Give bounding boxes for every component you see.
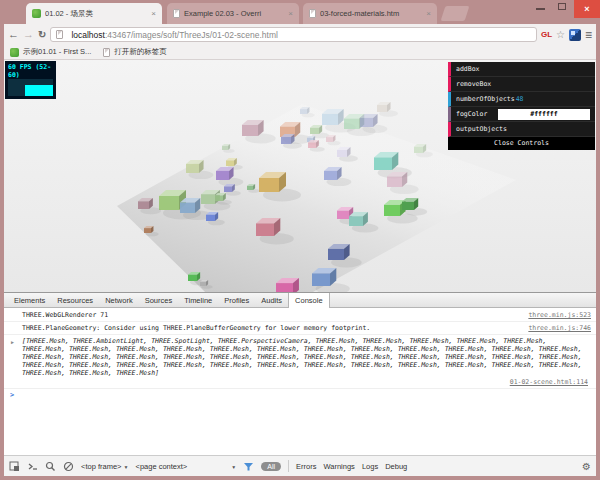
fps-graph: [8, 79, 53, 96]
new-tab-button[interactable]: [441, 6, 470, 21]
fps-text: 60 FPS (52-60): [8, 63, 52, 79]
console-message: THREE.WebGLRenderer 71 three.min.js:523: [4, 309, 596, 322]
tab-title: Example 02.03 - Overri: [184, 9, 284, 18]
controller-label: numberOfObjects: [456, 96, 515, 103]
console-message: THREE.PlaneGeometry: Consider using THRE…: [4, 322, 596, 335]
page-icon: [173, 9, 180, 18]
add-box-button[interactable]: addBox: [448, 62, 595, 77]
chevron-down-icon: ▼: [124, 464, 129, 470]
number-of-objects-field[interactable]: numberOfObjects 48: [448, 92, 595, 107]
fps-graph-bar: [25, 85, 53, 96]
close-controls-button[interactable]: Close Controls: [448, 137, 595, 150]
page-icon: [309, 9, 316, 18]
dock-side-icon[interactable]: [9, 461, 20, 472]
clear-console-icon[interactable]: [63, 461, 74, 472]
devtools-tab-elements[interactable]: Elements: [8, 293, 51, 307]
source-link[interactable]: three.min.js:746: [528, 324, 591, 332]
menu-icon[interactable]: ≡: [585, 28, 592, 42]
tab-example-0203[interactable]: Example 02.03 - Overri ×: [167, 3, 299, 24]
devtools-panel: Elements Resources Network Sources Timel…: [4, 292, 596, 476]
minimize-button[interactable]: [530, 0, 552, 14]
fps-stats-panel[interactable]: 60 FPS (52-60): [5, 61, 56, 99]
number-of-objects-value[interactable]: 48: [516, 96, 524, 103]
devtools-status-bar: <top frame> ▼ <page context> ▼ All Error…: [4, 455, 596, 476]
console-message-text: THREE.PlaneGeometry: Consider using THRE…: [22, 324, 370, 332]
expand-arrow-icon[interactable]: ▶: [11, 338, 14, 346]
console-array-message: ▶ [THREE.Mesh, THREE.AmbientLight, THREE…: [4, 335, 596, 389]
devtools-tab-audits[interactable]: Audits: [255, 293, 288, 307]
controller-label: removeBox: [456, 81, 491, 88]
fog-color-swatch[interactable]: #ffffff: [498, 109, 590, 120]
reload-icon[interactable]: ↻: [38, 30, 46, 40]
bookmark-star-icon[interactable]: ☆: [556, 29, 565, 40]
output-objects-button[interactable]: outputObjects: [448, 122, 595, 137]
filter-errors-button[interactable]: Errors: [296, 462, 316, 471]
devtools-tab-console[interactable]: Console: [288, 293, 330, 308]
console-message-text: THREE.WebGLRenderer 71: [22, 311, 108, 319]
page-icon: [103, 48, 110, 57]
controller-label: outputObjects: [456, 126, 507, 133]
frame-selector[interactable]: <top frame> ▼: [81, 462, 129, 471]
settings-gear-icon[interactable]: ⚙: [582, 461, 591, 472]
close-button[interactable]: ×: [574, 0, 600, 18]
webgl-viewport[interactable]: 60 FPS (52-60) addBox removeBox numberOf…: [4, 60, 596, 292]
page-icon: [56, 30, 63, 39]
webgl-badge[interactable]: GL: [541, 30, 552, 39]
devtools-tab-resources[interactable]: Resources: [51, 293, 99, 307]
browser-window: 01.02 - 场景类 × Example 02.03 - Overri × 0…: [0, 0, 600, 480]
filter-logs-button[interactable]: Logs: [362, 462, 378, 471]
maximize-button[interactable]: [552, 0, 574, 14]
dat-gui-panel: addBox removeBox numberOfObjects 48 fogC…: [448, 62, 595, 150]
remove-box-button[interactable]: removeBox: [448, 77, 595, 92]
devtools-tab-profiles[interactable]: Profiles: [218, 293, 255, 307]
url-text: localhost:43467/images/soft/ThreeJs/01-0…: [71, 30, 277, 40]
tab-close-icon[interactable]: ×: [151, 9, 156, 18]
address-bar[interactable]: localhost:43467/images/soft/ThreeJs/01-0…: [50, 27, 537, 42]
tab-close-icon[interactable]: ×: [426, 9, 431, 18]
devtools-tab-bar: Elements Resources Network Sources Timel…: [4, 293, 596, 308]
tab-favicon: [32, 9, 41, 18]
source-link-line: 01-02-scene.html:114: [22, 378, 588, 386]
window-controls: ×: [530, 0, 600, 18]
filter-all-button[interactable]: All: [261, 462, 281, 471]
bookmarks-bar: 示例01.01 - First S... 打开新的标签页: [4, 45, 596, 60]
source-link[interactable]: 01-02-scene.html:114: [510, 378, 588, 386]
browser-toolbar: ← → ↻ localhost:43467/images/soft/ThreeJ…: [4, 24, 596, 45]
url-path: :43467/images/soft/ThreeJs/01-02-scene.h…: [105, 30, 278, 40]
tab-close-icon[interactable]: ×: [288, 9, 293, 18]
console-drawer-icon[interactable]: [27, 461, 38, 472]
tab-forced-materials[interactable]: 03-forced-materials.htm ×: [303, 3, 437, 24]
divider: [288, 460, 289, 472]
fog-color-field[interactable]: fogColor #ffffff: [448, 107, 595, 122]
tab-strip: 01.02 - 场景类 × Example 02.03 - Overri × 0…: [0, 0, 600, 24]
devtools-tab-sources[interactable]: Sources: [139, 293, 179, 307]
controller-label: addBox: [456, 66, 479, 73]
browser-content: ← → ↻ localhost:43467/images/soft/ThreeJ…: [4, 24, 596, 476]
controller-label: fogColor: [456, 111, 487, 118]
source-link[interactable]: three.min.js:523: [528, 311, 591, 319]
bookmark-label: 打开新的标签页: [114, 47, 167, 57]
filter-debug-button[interactable]: Debug: [385, 462, 407, 471]
frame-selector-label: <top frame>: [81, 462, 121, 471]
bookmark-favicon: [10, 48, 19, 57]
bookmark-label: 示例01.01 - First S...: [23, 47, 91, 57]
url-host: localhost: [71, 30, 105, 40]
tab-title: 01.02 - 场景类: [45, 9, 147, 19]
context-selector-label: <page context>: [136, 462, 188, 471]
tab-scene[interactable]: 01.02 - 场景类 ×: [26, 3, 162, 24]
console-prompt[interactable]: >: [4, 389, 596, 401]
chevron-down-icon: ▼: [231, 464, 236, 470]
context-selector[interactable]: <page context> ▼: [136, 462, 237, 471]
extension-icon[interactable]: [569, 29, 581, 41]
forward-icon[interactable]: →: [23, 29, 34, 40]
devtools-tab-network[interactable]: Network: [99, 293, 139, 307]
filter-warnings-button[interactable]: Warnings: [323, 462, 354, 471]
console-log-area[interactable]: THREE.WebGLRenderer 71 three.min.js:523 …: [4, 309, 596, 454]
tab-title: 03-forced-materials.htm: [320, 9, 422, 18]
bookmark-item[interactable]: 示例01.01 - First S...: [10, 47, 91, 57]
back-icon[interactable]: ←: [8, 29, 19, 40]
search-icon[interactable]: [45, 461, 56, 472]
filter-funnel-icon[interactable]: [243, 461, 254, 472]
bookmark-item[interactable]: 打开新的标签页: [103, 47, 167, 57]
devtools-tab-timeline[interactable]: Timeline: [178, 293, 218, 307]
